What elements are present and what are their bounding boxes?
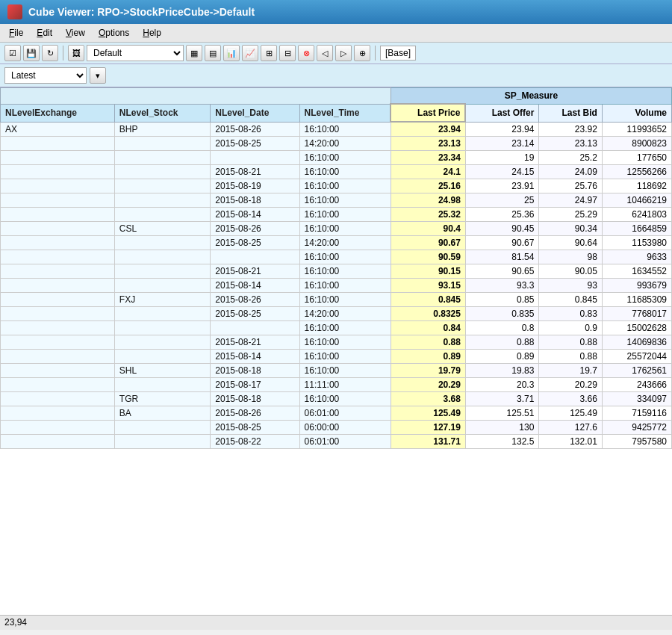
cell-stock bbox=[114, 378, 211, 392]
table-row: 2015-08-2116:10:0090.1590.6590.051634552 bbox=[1, 264, 672, 279]
cell-stock: BHP bbox=[114, 122, 211, 137]
cell-exchange bbox=[1, 151, 115, 165]
cell-date: 2015-08-14 bbox=[211, 208, 299, 222]
cell-last-bid: 125.49 bbox=[539, 406, 603, 421]
cell-last-offer: 0.85 bbox=[465, 293, 538, 307]
forward-btn[interactable]: ▷ bbox=[335, 45, 352, 61]
menu-options[interactable]: Options bbox=[93, 25, 135, 40]
cell-last-offer: 125.51 bbox=[465, 406, 538, 421]
back-btn[interactable]: ◁ bbox=[317, 45, 333, 61]
cell-date: 2015-08-22 bbox=[211, 435, 299, 449]
menu-edit[interactable]: Edit bbox=[31, 25, 58, 40]
table-row: BA2015-08-2606:01:00125.49125.51125.4971… bbox=[1, 406, 672, 421]
header-volume: Volume bbox=[602, 104, 671, 122]
header-exchange: NLevelExchange bbox=[1, 104, 115, 122]
cell-date: 2015-08-21 bbox=[211, 264, 299, 279]
latest-select[interactable]: Latest bbox=[4, 67, 87, 84]
cell-volume: 1664859 bbox=[602, 222, 671, 236]
cell-last-bid: 23.92 bbox=[539, 122, 603, 137]
save-btn[interactable]: 💾 bbox=[23, 45, 40, 61]
cell-last-offer: 23.14 bbox=[465, 137, 538, 151]
sp-measure-header: SP_Measure bbox=[391, 88, 671, 105]
table-row: 2015-08-1816:10:0024.982524.9710466219 bbox=[1, 193, 672, 208]
table-row: 16:10:0023.341925.2177650 bbox=[1, 151, 672, 165]
cell-last-price: 125.49 bbox=[391, 406, 465, 421]
cell-stock bbox=[114, 193, 211, 208]
chart-btn-2[interactable]: 📈 bbox=[242, 45, 258, 61]
cell-date: 2015-08-25 bbox=[211, 307, 299, 321]
table-row: 2015-08-1416:10:0093.1593.393993679 bbox=[1, 279, 672, 293]
cell-last-price: 19.79 bbox=[391, 364, 465, 378]
header-last-price[interactable]: Last Price bbox=[391, 104, 465, 122]
cell-exchange bbox=[1, 293, 115, 307]
cell-last-price: 23.34 bbox=[391, 151, 465, 165]
table-row: 2015-08-2514:20:0090.6790.6790.641153980 bbox=[1, 236, 672, 250]
table-btn[interactable]: ⊞ bbox=[261, 45, 277, 61]
table-row: 2015-08-1916:10:0025.1623.9125.76118692 bbox=[1, 179, 672, 193]
cell-last-price: 20.29 bbox=[391, 378, 465, 392]
cell-exchange bbox=[1, 264, 115, 279]
cell-exchange bbox=[1, 435, 115, 449]
view-icon-btn[interactable]: 🖼 bbox=[68, 45, 84, 61]
cell-volume: 6241803 bbox=[602, 208, 671, 222]
grid-btn-2[interactable]: ▤ bbox=[205, 45, 221, 61]
cell-date: 2015-08-25 bbox=[211, 137, 299, 151]
cell-last-bid: 19.7 bbox=[539, 364, 603, 378]
data-table: SP_Measure NLevelExchange NLevel_Stock N… bbox=[0, 87, 672, 449]
cell-stock: TGR bbox=[114, 392, 211, 406]
cell-last-offer: 0.88 bbox=[465, 335, 538, 350]
cell-date: 2015-08-26 bbox=[211, 293, 299, 307]
menu-file[interactable]: File bbox=[3, 25, 29, 40]
menu-view[interactable]: View bbox=[60, 25, 91, 40]
cell-stock: BA bbox=[114, 406, 211, 421]
menu-help[interactable]: Help bbox=[137, 25, 167, 40]
layers-btn[interactable]: ⊕ bbox=[354, 45, 370, 61]
cell-last-price: 0.88 bbox=[391, 335, 465, 350]
cell-last-offer: 20.3 bbox=[465, 378, 538, 392]
cell-last-price: 24.98 bbox=[391, 193, 465, 208]
refresh-btn[interactable]: ↻ bbox=[42, 45, 58, 61]
table-row: 16:10:000.840.80.915002628 bbox=[1, 321, 672, 335]
cell-exchange: AX bbox=[1, 122, 115, 137]
cell-stock bbox=[114, 250, 211, 264]
cell-time: 16:10:00 bbox=[299, 264, 391, 279]
cell-last-bid: 0.88 bbox=[539, 335, 603, 350]
cell-volume: 10466219 bbox=[602, 193, 671, 208]
cell-last-bid: 132.01 bbox=[539, 435, 603, 449]
cell-last-bid: 24.97 bbox=[539, 193, 603, 208]
filter-dropdown-btn[interactable]: ▾ bbox=[90, 67, 106, 84]
cell-exchange bbox=[1, 137, 115, 151]
cell-time: 14:20:00 bbox=[299, 137, 391, 151]
cell-stock: CSL bbox=[114, 222, 211, 236]
cell-stock bbox=[114, 335, 211, 350]
cell-time: 14:20:00 bbox=[299, 236, 391, 250]
checkbox-btn[interactable]: ☑ bbox=[4, 45, 21, 61]
cell-volume: 15002628 bbox=[602, 321, 671, 335]
grid-btn-1[interactable]: ▦ bbox=[186, 45, 202, 61]
cell-time: 11:11:00 bbox=[299, 378, 391, 392]
cell-exchange bbox=[1, 378, 115, 392]
cell-exchange bbox=[1, 222, 115, 236]
view-select[interactable]: Default bbox=[87, 45, 184, 61]
table-row: FXJ2015-08-2616:10:000.8450.850.84511685… bbox=[1, 293, 672, 307]
cell-last-bid: 90.34 bbox=[539, 222, 603, 236]
grid-btn-3[interactable]: ⊟ bbox=[279, 45, 296, 61]
cell-time: 16:10:00 bbox=[299, 279, 391, 293]
cell-stock bbox=[114, 279, 211, 293]
table-row: 2015-08-1416:10:0025.3225.3625.296241803 bbox=[1, 208, 672, 222]
grid-container[interactable]: SP_Measure NLevelExchange NLevel_Stock N… bbox=[0, 87, 672, 615]
cell-date: 2015-08-18 bbox=[211, 392, 299, 406]
chart-btn[interactable]: 📊 bbox=[223, 45, 240, 61]
cell-volume: 11685309 bbox=[602, 293, 671, 307]
cell-volume: 177650 bbox=[602, 151, 671, 165]
cell-exchange bbox=[1, 236, 115, 250]
cell-last-price: 90.67 bbox=[391, 236, 465, 250]
cell-time: 16:10:00 bbox=[299, 122, 391, 137]
header-last-offer: Last Offer bbox=[465, 104, 538, 122]
table-row: 2015-08-2506:00:00127.19130127.69425772 bbox=[1, 421, 672, 435]
cell-stock bbox=[114, 151, 211, 165]
stop-btn[interactable]: ⊗ bbox=[298, 45, 314, 61]
cell-stock: SHL bbox=[114, 364, 211, 378]
menu-bar: File Edit View Options Help bbox=[0, 24, 672, 43]
cell-time: 16:10:00 bbox=[299, 364, 391, 378]
